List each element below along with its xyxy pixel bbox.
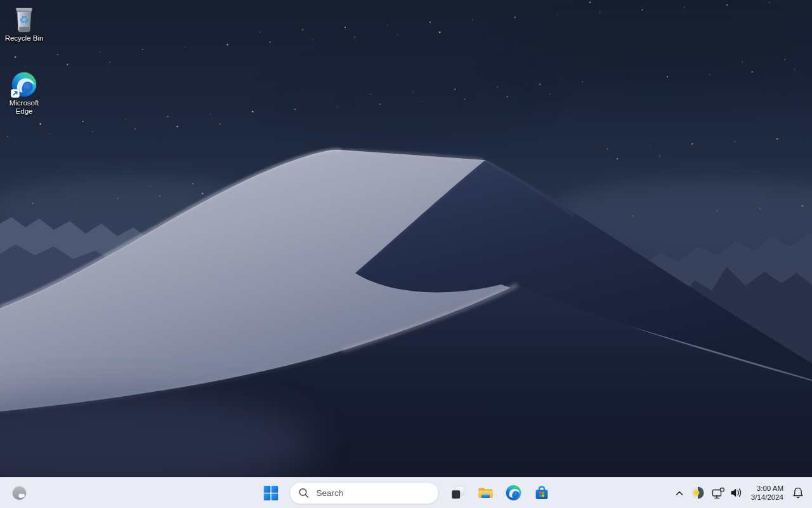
file-explorer-button[interactable] [473,480,499,505]
taskbar: 3:00 AM 3/14/2024 [0,477,812,508]
tray-date: 3/14/2024 [751,493,783,502]
weather-widget-icon [12,486,27,500]
clock-button[interactable]: 3:00 AM 3/14/2024 [747,480,788,505]
file-explorer-icon [478,485,494,500]
search-icon [299,488,310,498]
taskbar-center-group [258,480,554,505]
task-view-icon [450,485,466,500]
tray-time: 3:00 AM [757,484,783,493]
desktop-wallpaper [0,0,812,508]
shortcut-arrow-icon [11,89,20,98]
svg-text:♻: ♻ [19,13,29,26]
windows-start-icon [263,486,278,500]
microsoft-store-button[interactable] [529,480,554,505]
taskbar-search[interactable] [290,482,439,504]
wired-network-icon [712,487,725,499]
notification-bell-button[interactable] [788,480,808,505]
cloud-wisp [273,76,539,121]
recycle-bin-icon: ♻ [12,4,36,33]
edge-taskbar-button[interactable] [501,480,527,505]
microsoft-store-icon [534,485,549,501]
desktop: ♻ Recycle Bin [0,0,812,508]
task-view-button[interactable] [445,480,471,505]
theme-indicator-icon [691,486,704,499]
bell-icon [792,486,804,499]
widgets-button[interactable] [6,480,32,505]
tray-theme-indicator-button[interactable] [688,480,707,505]
system-tray: 3:00 AM 3/14/2024 [671,480,808,505]
network-volume-button[interactable] [707,480,747,505]
desktop-icon-label: Recycle Bin [5,34,44,43]
start-button[interactable] [258,480,284,505]
desktop-icon-label: Microsoft Edge [0,99,48,116]
hidden-icons-button[interactable] [671,480,688,505]
desktop-icon-recycle-bin[interactable]: ♻ Recycle Bin [0,3,48,43]
volume-icon [730,486,742,499]
chevron-up-icon [676,490,683,496]
search-input[interactable] [315,488,435,498]
desktop-icon-microsoft-edge[interactable]: Microsoft Edge [0,66,48,116]
edge-icon [506,485,522,501]
